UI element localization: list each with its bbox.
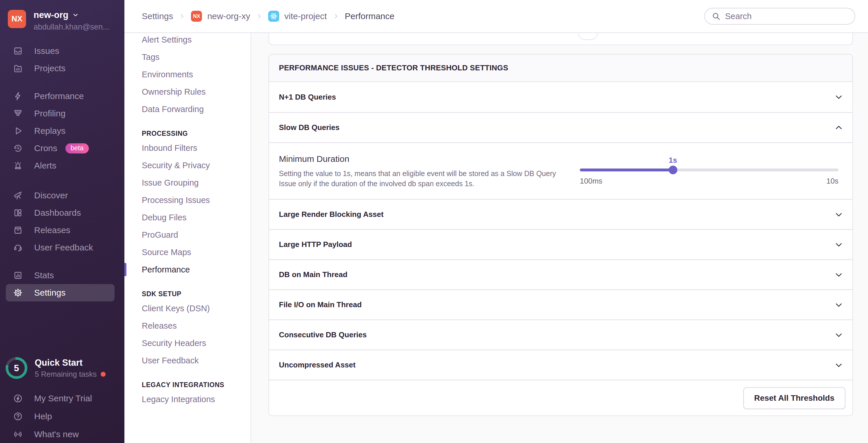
settings-nav-item-label: Legacy Integrations [142, 395, 215, 404]
sidebar-item-dashboards[interactable]: Dashboards [0, 204, 124, 222]
sidebar-item-performance[interactable]: Performance [0, 87, 124, 105]
settings-nav-item-client-keys-dsn[interactable]: Client Keys (DSN) [124, 300, 251, 317]
primary-sidebar: NX new-org abdullah.khan@sen... IssuesPr… [0, 0, 124, 443]
settings-nav-item-data-forwarding[interactable]: Data Forwarding [124, 100, 251, 118]
chevron-down-icon [72, 11, 79, 19]
settings-nav-item-debug-files[interactable]: Debug Files [124, 209, 251, 226]
settings-nav-item-security-headers[interactable]: Security Headers [124, 334, 251, 352]
settings-nav-item-label: Ownership Rules [142, 87, 206, 97]
settings-nav-item-tags[interactable]: Tags [124, 48, 251, 66]
sidebar-item-label: Releases [34, 225, 70, 235]
sidebar-item-projects[interactable]: Projects [0, 60, 124, 77]
sidebar-item-issues[interactable]: Issues [0, 42, 124, 60]
sidebar-item-my-sentry-trial[interactable]: My Sentry Trial [0, 389, 124, 407]
settings-icon [13, 288, 23, 298]
detector-row-uncompressed-asset[interactable]: Uncompressed Asset [269, 350, 852, 380]
minimum-duration-slider[interactable]: 1s100ms10s [580, 154, 838, 199]
sidebar-item-label: Settings [34, 288, 65, 298]
settings-nav-item-releases[interactable]: Releases [124, 317, 251, 334]
sidebar-footer-nav: My Sentry TrialHelpWhat's new [0, 389, 124, 443]
detector-row-file-i-o-on-main-thread[interactable]: File I/O on Main Thread [269, 289, 852, 319]
sidebar-group: PerformanceProfilingReplaysCronsbetaAler… [0, 87, 124, 174]
settings-nav-item-security-privacy[interactable]: Security & Privacy [124, 157, 251, 174]
sidebar-item-alerts[interactable]: Alerts [0, 157, 124, 174]
settings-nav-item-label: Issue Grouping [142, 178, 199, 188]
previous-panel-bottom [269, 33, 853, 45]
org-switcher[interactable]: NX new-org abdullah.khan@sen... [8, 10, 124, 32]
chevron-down-icon [834, 331, 843, 339]
settings-nav-item-performance[interactable]: Performance [124, 261, 251, 278]
chevron-right-icon [333, 13, 339, 20]
sidebar-item-label: Help [34, 411, 52, 421]
settings-nav-item-legacy-integrations[interactable]: Legacy Integrations [124, 391, 251, 408]
slider-thumb[interactable] [669, 166, 677, 174]
stats-icon [13, 270, 23, 280]
sidebar-item-what-s-new[interactable]: What's new [0, 425, 124, 443]
breadcrumb-project[interactable]: vite-project [268, 11, 327, 22]
sidebar-item-user-feedback[interactable]: User Feedback [0, 239, 124, 256]
slider-track[interactable] [580, 169, 838, 171]
detector-row-slow-db-queries[interactable]: Slow DB Queries [269, 112, 852, 142]
settings-nav-item-inbound-filters[interactable]: Inbound Filters [124, 139, 251, 157]
settings-nav-item-label: Environments [142, 70, 193, 79]
sidebar-item-label: Dashboards [34, 208, 81, 218]
breadcrumb-organization[interactable]: NX new-org-xy [191, 11, 250, 22]
settings-nav: Alert SettingsTagsEnvironmentsOwnership … [124, 33, 251, 443]
settings-nav-item-proguard[interactable]: ProGuard [124, 226, 251, 243]
chevron-down-icon [834, 361, 843, 370]
detector-row-label: Consecutive DB Queries [279, 330, 367, 339]
sidebar-item-label: Performance [34, 91, 84, 101]
settings-nav-item-label: ProGuard [142, 230, 178, 240]
org-email: abdullah.khan@sen... [34, 23, 110, 32]
sidebar-item-stats[interactable]: Stats [0, 267, 124, 284]
detector-row-label: Slow DB Queries [279, 123, 340, 132]
detector-row-large-http-payload[interactable]: Large HTTP Payload [269, 229, 852, 259]
profiling-icon [13, 108, 23, 119]
minimum-duration-label: Minimum Duration [279, 154, 571, 164]
crons-icon [13, 143, 23, 153]
quick-start[interactable]: 5 Quick Start 5 Remaining tasks [5, 357, 105, 379]
sidebar-item-label: Stats [34, 270, 54, 280]
sidebar-item-replays[interactable]: Replays [0, 122, 124, 140]
chevron-down-icon [834, 240, 843, 249]
sidebar-item-settings[interactable]: Settings [6, 284, 115, 301]
settings-nav-item-user-feedback[interactable]: User Feedback [124, 352, 251, 369]
detector-row-label: N+1 DB Queries [279, 93, 336, 101]
reset-all-thresholds-button[interactable]: Reset All Thresholds [743, 387, 845, 409]
settings-nav-item-ownership-rules[interactable]: Ownership Rules [124, 83, 251, 100]
slider-max-label: 10s [826, 177, 838, 186]
sidebar-item-label: Projects [34, 63, 65, 73]
global-search[interactable] [704, 8, 855, 25]
user-feedback-icon [13, 242, 23, 253]
settings-nav-item-issue-grouping[interactable]: Issue Grouping [124, 174, 251, 191]
detector-row-large-render-blocking-asset[interactable]: Large Render Blocking Asset [269, 199, 852, 229]
panel-footer: Reset All Thresholds [269, 380, 852, 415]
detector-row-db-on-main-thread[interactable]: DB on Main Thread [269, 259, 852, 289]
sidebar-item-help[interactable]: Help [0, 407, 124, 425]
settings-nav-item-environments[interactable]: Environments [124, 66, 251, 83]
chevron-up-icon [834, 123, 843, 132]
panel-title: PERFORMANCE ISSUES - DETECTOR THRESHOLD … [269, 54, 852, 82]
settings-nav-header-legacy-integrations: LEGACY INTEGRATIONS [124, 379, 251, 391]
detector-row-n-1-db-queries[interactable]: N+1 DB Queries [269, 82, 852, 112]
sidebar-item-label: Replays [34, 126, 65, 136]
sidebar-item-label: My Sentry Trial [34, 393, 92, 403]
breadcrumb-settings[interactable]: Settings [142, 11, 173, 21]
settings-nav-item-label: Inbound Filters [142, 143, 197, 153]
search-input[interactable] [725, 11, 848, 21]
settings-nav-item-source-maps[interactable]: Source Maps [124, 243, 251, 261]
settings-nav-item-alert-settings[interactable]: Alert Settings [124, 33, 251, 48]
collapse-handle[interactable] [578, 33, 598, 40]
sidebar-item-discover[interactable]: Discover [0, 187, 124, 204]
sidebar-item-releases[interactable]: Releases [0, 222, 124, 239]
app-root: NX new-org abdullah.khan@sen... IssuesPr… [0, 0, 868, 443]
sidebar-item-label: Alerts [34, 161, 56, 171]
releases-icon [13, 225, 23, 235]
sidebar-item-profiling[interactable]: Profiling [0, 105, 124, 122]
detector-row-consecutive-db-queries[interactable]: Consecutive DB Queries [269, 319, 852, 350]
settings-nav-item-processing-issues[interactable]: Processing Issues [124, 191, 251, 209]
sidebar-item-crons[interactable]: Cronsbeta [0, 140, 124, 157]
detector-row-label: DB on Main Thread [279, 270, 347, 279]
breadcrumb: Settings NX new-org-xy [142, 11, 394, 22]
settings-nav-item-label: Alert Settings [142, 35, 191, 45]
